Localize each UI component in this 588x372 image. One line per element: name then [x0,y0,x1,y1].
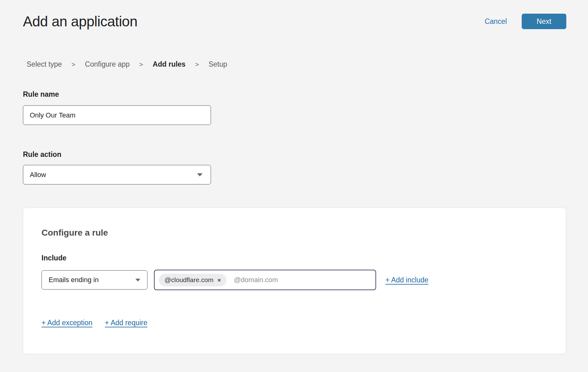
include-values-input[interactable]: @cloudflare.com × [154,270,376,290]
breadcrumb: Select type > Configure app > Add rules … [27,60,588,69]
rule-action-label: Rule action [23,150,588,159]
add-include-link[interactable]: + Add include [385,276,428,284]
include-label: Include [42,254,566,262]
page-title: Add an application [23,13,138,30]
breadcrumb-step-setup[interactable]: Setup [208,60,227,69]
rule-action-links: + Add exception + Add require [42,319,566,327]
breadcrumb-step-add-rules[interactable]: Add rules [153,60,186,69]
add-exception-link[interactable]: + Add exception [42,319,92,327]
breadcrumb-step-select-type[interactable]: Select type [27,60,62,69]
breadcrumb-step-configure-app[interactable]: Configure app [85,60,130,69]
rule-name-label: Rule name [23,90,588,99]
chevron-down-icon [135,279,140,281]
breadcrumb-separator: > [72,61,75,68]
breadcrumb-separator: > [195,61,199,68]
rule-action-selected-value: Allow [30,171,46,179]
configure-rule-title: Configure a rule [42,228,566,238]
rule-name-input[interactable] [23,105,211,125]
header-actions: Cancel Next [485,14,566,29]
configure-rule-card: Configure a rule Include Emails ending i… [23,208,566,354]
email-domain-tag: @cloudflare.com × [159,274,226,286]
remove-tag-icon[interactable]: × [217,277,221,283]
include-rule-row: Emails ending in @cloudflare.com × + Add… [42,270,566,290]
email-domain-tag-label: @cloudflare.com [165,276,213,284]
chevron-down-icon [197,173,203,176]
rule-action-select[interactable]: Allow [23,165,211,184]
rule-name-field: Rule name [23,90,588,125]
include-criteria-selected-value: Emails ending in [49,276,99,284]
domain-input[interactable] [234,276,371,284]
rule-action-field: Rule action Allow [23,150,588,184]
add-application-page: Add an application Cancel Next Select ty… [0,0,588,372]
page-header: Add an application Cancel Next [0,0,588,30]
include-criteria-select[interactable]: Emails ending in [42,270,147,290]
cancel-button[interactable]: Cancel [485,17,507,26]
add-require-link[interactable]: + Add require [105,319,147,327]
breadcrumb-separator: > [139,61,143,68]
next-button[interactable]: Next [522,14,566,29]
